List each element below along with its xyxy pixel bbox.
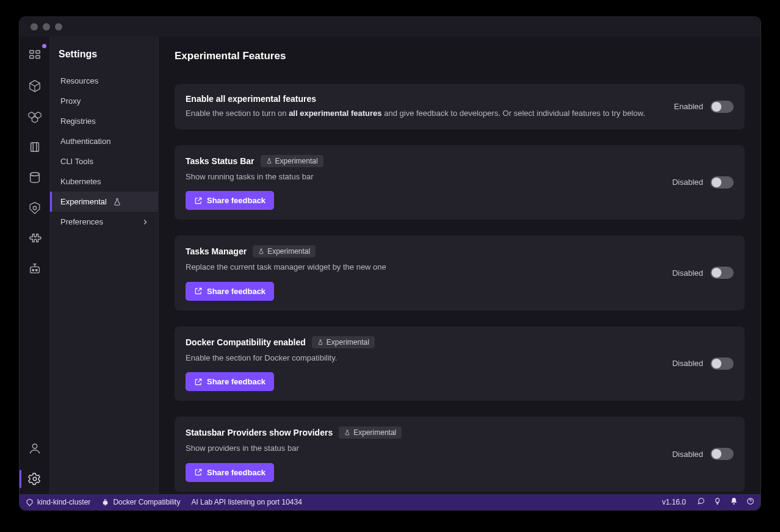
share-feedback-button[interactable]: Share feedback (186, 191, 274, 210)
enable-all-desc: Enable the section to turn on all experi… (186, 107, 664, 120)
main-content: Experimental Features Enable all experim… (159, 37, 760, 494)
experimental-badge: Experimental (253, 245, 316, 257)
svg-rect-1 (35, 51, 39, 54)
feature-state-label: Disabled (672, 359, 703, 368)
flask-icon (317, 339, 323, 345)
kubernetes-small-icon (26, 498, 34, 506)
sidebar-item-proxy[interactable]: Proxy (50, 91, 158, 111)
experimental-badge: Experimental (339, 426, 402, 439)
enable-all-card: Enable all experimental features Enable … (175, 84, 745, 129)
settings-sidebar: Settings ResourcesProxyRegistriesAuthent… (50, 37, 159, 494)
help-icon[interactable] (746, 497, 754, 507)
app-window: Settings ResourcesProxyRegistriesAuthent… (20, 17, 760, 510)
svg-rect-3 (35, 56, 39, 59)
external-link-icon (194, 468, 203, 476)
chevron-right-icon (141, 218, 150, 226)
chat-icon[interactable] (697, 497, 705, 507)
external-link-icon (194, 287, 203, 295)
sidebar-title: Settings (50, 49, 158, 71)
extensions-icon[interactable] (24, 228, 45, 249)
flask-icon (258, 248, 264, 254)
feature-toggle[interactable] (710, 448, 734, 460)
titlebar (20, 17, 760, 37)
enable-all-state-label: Enabled (674, 102, 703, 111)
settings-icon[interactable] (24, 469, 45, 489)
share-feedback-button[interactable]: Share feedback (186, 372, 274, 391)
kubernetes-icon[interactable] (24, 198, 45, 218)
svg-rect-2 (29, 56, 33, 59)
sidebar-item-label: Preferences (60, 217, 103, 226)
pods-icon[interactable] (24, 106, 45, 127)
account-icon[interactable] (24, 438, 45, 459)
feature-state-label: Disabled (672, 268, 703, 278)
page-title: Experimental Features (175, 50, 745, 62)
sidebar-item-experimental[interactable]: Experimental (50, 192, 158, 212)
enable-all-toggle[interactable] (710, 101, 734, 113)
external-link-icon (194, 196, 203, 205)
feature-toggle[interactable] (710, 176, 734, 189)
share-feedback-button[interactable]: Share feedback (186, 463, 274, 482)
feature-state-label: Disabled (672, 450, 703, 459)
sidebar-item-kubernetes[interactable]: Kubernetes (50, 171, 158, 192)
feature-card: Docker Compatibility enabledExperimental… (175, 326, 745, 401)
feature-title: Tasks Manager (186, 246, 247, 256)
bell-icon[interactable] (730, 497, 738, 507)
enable-all-title: Enable all experimental features (186, 94, 316, 104)
ai-lab-icon[interactable] (24, 259, 45, 279)
feature-toggle[interactable] (710, 267, 734, 279)
share-feedback-button[interactable]: Share feedback (186, 282, 274, 301)
status-ai-lab[interactable]: AI Lab API listening on port 10434 (191, 498, 302, 506)
svg-point-8 (32, 269, 34, 271)
svg-point-9 (35, 269, 37, 271)
feature-desc: Enable the section for Docker compatibil… (186, 352, 662, 364)
volumes-icon[interactable] (24, 167, 45, 188)
status-docker-compat[interactable]: Docker Compatibility (101, 498, 180, 506)
feature-title: Tasks Status Bar (186, 156, 255, 166)
lightbulb-icon[interactable] (713, 497, 721, 507)
sidebar-item-authentication[interactable]: Authentication (50, 131, 158, 151)
sidebar-item-label: Proxy (60, 96, 81, 106)
feature-title: Statusbar Providers show Providers (186, 428, 333, 437)
status-bar: kind-kind-cluster Docker Compatibility A… (20, 494, 760, 510)
feature-card: Statusbar Providers show ProvidersExperi… (175, 417, 745, 492)
sidebar-item-label: Registries (60, 117, 96, 126)
sidebar-item-label: Resources (60, 76, 98, 85)
body-row: Settings ResourcesProxyRegistriesAuthent… (20, 37, 760, 494)
feature-card: Tasks ManagerExperimentalReplace the cur… (175, 235, 745, 311)
svg-point-6 (33, 206, 37, 210)
status-cluster[interactable]: kind-kind-cluster (26, 498, 90, 506)
experimental-badge: Experimental (261, 155, 323, 167)
feature-desc: Replace the current task manager widget … (186, 261, 662, 273)
external-link-icon (194, 378, 203, 386)
icon-rail (20, 37, 50, 494)
dashboard-icon[interactable] (24, 45, 45, 66)
feature-title: Docker Compatibility enabled (186, 337, 306, 347)
feature-desc: Show running tasks in the status bar (186, 171, 662, 183)
svg-rect-0 (29, 51, 33, 54)
sidebar-item-label: Authentication (60, 137, 110, 146)
sidebar-item-resources[interactable]: Resources (50, 71, 158, 91)
window-minimize-icon[interactable] (43, 23, 50, 31)
window-maximize-icon[interactable] (55, 23, 62, 31)
feature-state-label: Disabled (672, 178, 703, 187)
sidebar-item-label: Kubernetes (60, 177, 101, 186)
svg-point-11 (33, 477, 37, 481)
sidebar-item-preferences[interactable]: Preferences (50, 212, 158, 232)
sidebar-item-label: CLI Tools (60, 157, 93, 166)
sidebar-item-registries[interactable]: Registries (50, 111, 158, 131)
feature-desc: Show providers in the status bar (186, 442, 662, 455)
svg-point-10 (32, 444, 37, 448)
status-version[interactable]: v1.16.0 (662, 498, 686, 506)
svg-rect-4 (31, 143, 38, 152)
sidebar-item-label: Experimental (60, 197, 107, 206)
flask-icon (113, 198, 121, 206)
sidebar-item-cli-tools[interactable]: CLI Tools (50, 151, 158, 171)
flask-icon (344, 430, 350, 436)
images-icon[interactable] (24, 137, 45, 157)
feature-toggle[interactable] (710, 358, 734, 370)
plug-icon (101, 498, 109, 506)
containers-icon[interactable] (24, 76, 45, 96)
window-close-icon[interactable] (31, 23, 38, 31)
flask-icon (266, 158, 272, 164)
experimental-badge: Experimental (312, 336, 375, 348)
